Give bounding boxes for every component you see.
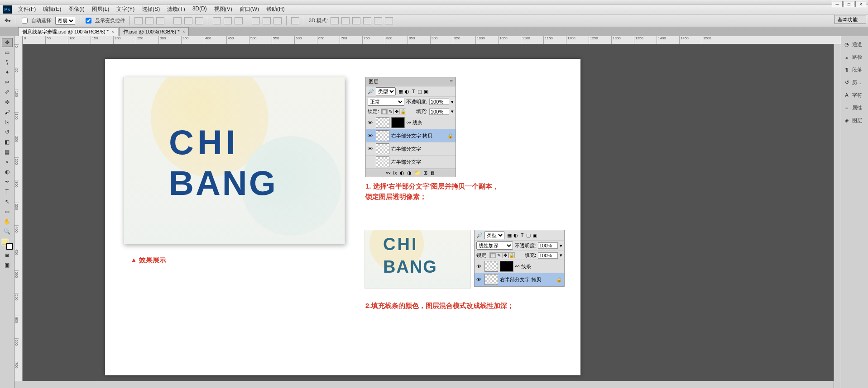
dock-item[interactable]: ↺历... [841, 78, 868, 87]
quickmask-tool[interactable]: ◙ [2, 251, 13, 260]
fi2d[interactable]: ▢ [525, 232, 532, 238]
menu-图像(I)[interactable]: 图像(I) [65, 5, 88, 13]
minimize-button[interactable]: ─ [832, 1, 843, 7]
lp2[interactable]: ✎ [496, 252, 502, 258]
visibility-icon[interactable]: 👁 [476, 277, 483, 282]
menu-文字(Y)[interactable]: 文字(Y) [113, 5, 138, 13]
menu-3D(D)[interactable]: 3D(D) [189, 5, 211, 13]
align-icon-2[interactable] [145, 17, 153, 24]
opacity-value-1[interactable]: 100% [429, 99, 449, 105]
align-icon-4[interactable] [173, 17, 182, 24]
filter-adj-icon[interactable]: ◐ [404, 89, 410, 95]
crop-tool[interactable]: ✂ [2, 78, 13, 87]
wand-tool[interactable]: ✦ [2, 68, 13, 77]
menu-图层(L)[interactable]: 图层(L) [88, 5, 113, 13]
close-button[interactable]: × [855, 1, 866, 7]
healing-tool[interactable]: ✜ [2, 98, 13, 107]
distribute-icon-1[interactable] [213, 17, 221, 24]
blur-tool[interactable]: ∘ [2, 157, 13, 166]
distribute-icon-4[interactable] [252, 17, 260, 24]
fi2e[interactable]: ▣ [532, 232, 538, 238]
dock-item[interactable]: A字符 [841, 90, 868, 99]
new-layer-icon[interactable]: ⊞ [423, 170, 427, 176]
dock-item[interactable]: ≡属性 [841, 103, 868, 112]
move-tool[interactable]: ✥ [2, 38, 13, 47]
filter-shape-icon[interactable]: ▢ [417, 89, 423, 95]
visibility-icon[interactable]: 👁 [368, 146, 374, 151]
path-tool[interactable]: ↖ [2, 197, 13, 206]
fill-value-2[interactable]: 100% [538, 252, 558, 259]
eraser-tool[interactable]: ◧ [2, 137, 13, 147]
layer-row[interactable]: 👁右半部分文字 拷贝🔒 [475, 273, 564, 286]
maximize-button[interactable]: □ [844, 1, 854, 7]
brush-tool[interactable]: 🖌 [2, 108, 13, 117]
workspace-dropdown[interactable]: 基本功能 [834, 15, 866, 24]
mode3d-5[interactable] [374, 17, 382, 24]
visibility-icon[interactable]: 👁 [368, 120, 374, 125]
show-transform-checkbox[interactable] [86, 18, 91, 24]
pen-tool[interactable]: ✒ [2, 177, 13, 186]
link-icon[interactable]: ⚯ [386, 170, 390, 176]
shape-tool[interactable]: ▭ [2, 207, 13, 216]
tab-close-icon[interactable]: × [182, 29, 185, 34]
align-icon-5[interactable] [184, 17, 192, 24]
menu-滤镜(T)[interactable]: 滤镜(T) [163, 5, 188, 13]
gradient-tool[interactable]: ▤ [2, 147, 13, 156]
document[interactable]: CHI BANG 效果展示 图层≡ 🔎 类型 ▦◐T▢▣ 正常 不透明度: 10… [105, 59, 580, 375]
layer-row[interactable]: 👁⚯线条 [366, 116, 456, 129]
eyedropper-tool[interactable]: ✐ [2, 88, 13, 97]
fi2a[interactable]: ▦ [506, 232, 513, 238]
lock-all-icon[interactable]: 🔒 [400, 109, 406, 114]
mode3d-1[interactable] [331, 17, 339, 24]
lock-trans-icon[interactable]: ▦ [381, 109, 387, 114]
fx-icon[interactable]: fx [393, 170, 397, 176]
group-icon[interactable]: 📁 [414, 170, 421, 176]
align-icon-3[interactable] [156, 17, 164, 24]
history-brush-tool[interactable]: ↺ [2, 128, 13, 137]
filter-smart-icon[interactable]: ▣ [423, 89, 429, 95]
layer-row[interactable]: 👁右半部分文字 [366, 142, 456, 156]
lasso-tool[interactable]: ⟆ [2, 58, 13, 67]
auto-select-dropdown[interactable]: 图层 [55, 17, 75, 25]
color-swatches[interactable] [2, 239, 13, 250]
lock-pixel-icon[interactable]: ✎ [387, 109, 393, 114]
distribute-icon-6[interactable] [273, 17, 282, 24]
opacity-value-2[interactable]: 100% [538, 242, 558, 249]
dock-item[interactable]: ◔通道 [841, 40, 868, 49]
filter-text-icon[interactable]: T [410, 89, 417, 94]
menu-选择(S)[interactable]: 选择(S) [138, 5, 163, 13]
filter-pixel-icon[interactable]: ▦ [398, 89, 404, 95]
type-tool[interactable]: T [2, 187, 13, 196]
menu-文件(F)[interactable]: 文件(F) [14, 5, 39, 13]
clone-tool[interactable]: ⎘ [2, 118, 13, 127]
fi2c[interactable]: T [519, 232, 525, 238]
lock-pos-icon[interactable]: ✥ [393, 109, 400, 114]
mode3d-6[interactable] [385, 17, 393, 24]
mode3d-3[interactable] [352, 17, 360, 24]
vertical-scrollbar[interactable] [834, 44, 841, 388]
distribute-icon-3[interactable] [235, 17, 243, 24]
menu-编辑(E)[interactable]: 编辑(E) [39, 5, 65, 13]
mode3d-4[interactable] [363, 17, 371, 24]
auto-select-checkbox[interactable] [22, 18, 28, 24]
layer-row[interactable]: 左半部分文字 [366, 156, 456, 169]
align-icon-1[interactable] [134, 17, 143, 24]
horizontal-scrollbar[interactable] [14, 381, 834, 388]
dock-item[interactable]: ¶段落 [841, 65, 868, 74]
fill-value-1[interactable]: 100% [429, 109, 449, 115]
screenmode-tool[interactable]: ▣ [2, 260, 13, 270]
menu-视图(V)[interactable]: 视图(V) [211, 5, 236, 13]
dock-item[interactable]: ⟁路径 [841, 52, 868, 62]
arrange-icon[interactable] [291, 17, 299, 24]
doc-tab[interactable]: 创意线条字步骤.psd @ 100%(RGB/8) *× [18, 27, 118, 36]
blend-mode-dropdown-2[interactable]: 线性加深 [476, 241, 513, 250]
mode3d-2[interactable] [341, 17, 350, 24]
distribute-icon-5[interactable] [263, 17, 271, 24]
lock-trans-icon-2[interactable]: ▦ [489, 252, 496, 258]
filter-type-dropdown[interactable]: 类型 [376, 87, 396, 95]
layer-row[interactable]: 👁右半部分文字 拷贝🔒 [366, 129, 456, 142]
mask-icon[interactable]: ◐ [400, 170, 404, 176]
dock-item[interactable]: ◈图层 [841, 116, 868, 125]
trash-icon[interactable]: 🗑 [430, 170, 435, 176]
align-icon-6[interactable] [195, 17, 203, 24]
